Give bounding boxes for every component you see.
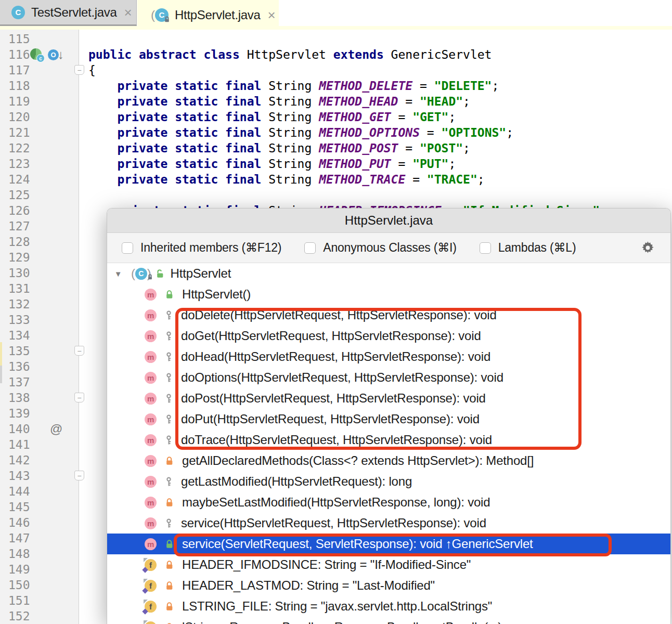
code-token: private static final [117,110,268,124]
code-line: private static final String METHOD_GET =… [88,109,456,125]
method-icon: m [145,351,157,363]
method-icon: m [145,455,157,467]
protected-key-icon [165,414,173,424]
structure-row-label: HttpServlet [171,266,231,281]
structure-row[interactable]: mHttpServlet() [107,284,670,305]
paren-glyph: ( [131,266,135,281]
structure-row-label: service(ServletRequest, ServletResponse)… [182,537,533,551]
gear-icon[interactable] [641,241,655,255]
line-number: 134 [8,328,30,343]
field-final-badge [142,608,148,614]
structure-row-label: doOptions(HttpServletRequest, HttpServle… [181,370,503,385]
structure-row[interactable]: mdoDelete(HttpServletRequest, HttpServle… [107,305,670,326]
filter-label-0[interactable]: Inherited members (⌘F12) [140,241,281,255]
fold-marker-icon[interactable]: − [74,346,84,356]
code-token: METHOD_POST [319,141,398,155]
code-token: String [268,141,319,155]
structure-row[interactable]: mdoGet(HttpServletRequest, HttpServletRe… [107,326,670,346]
private-lock-icon [165,581,174,590]
field-icon: f [145,580,157,592]
fold-marker-icon[interactable]: − [74,471,84,480]
structure-row[interactable]: mmaybeSetLastModified(HttpServletRespons… [107,492,670,513]
structure-row[interactable]: mdoTrace(HttpServletRequest, HttpServlet… [107,430,670,450]
protected-key-icon [165,518,173,528]
method-icon: m [145,538,157,550]
line-number: 144 [8,484,30,499]
down-arrow-icon: ↓ [58,48,64,61]
structure-row[interactable]: flStrings: ResourceBundle = ResourceBund… [107,617,670,624]
line-number: 133 [8,312,30,328]
structure-row[interactable]: mservice(HttpServletRequest, HttpServlet… [107,513,670,534]
expand-triangle-icon[interactable]: ▼ [112,269,124,278]
structure-row-label: getAllDeclaredMethods(Class<? extends Ht… [182,453,534,468]
structure-row-label: getLastModified(HttpServletRequest): lon… [181,474,412,489]
code-token: String [268,126,319,139]
code-token: METHOD_TRACE [319,173,405,186]
structure-row[interactable]: mdoHead(HttpServletRequest, HttpServletR… [107,346,670,367]
structure-row-selected[interactable]: mservice(ServletRequest, ServletResponse… [107,534,670,554]
line-number: 126 [8,203,30,218]
code-token: public abstract class [88,48,247,61]
class-gutter-icon[interactable]: c [30,48,43,61]
tab-testservlet[interactable]: C TestServlet.java × [0,0,137,26]
structure-row[interactable]: mgetAllDeclaredMethods(Class<? extends H… [107,450,670,471]
code-token [88,141,117,155]
close-icon[interactable]: × [268,8,276,22]
filter-checkbox-2[interactable] [480,242,491,254]
editor-tab-bar: C TestServlet.java × ( C HttpServlet.jav… [0,0,672,30]
structure-row[interactable]: mdoOptions(HttpServletRequest, HttpServl… [107,367,670,388]
filter-label-2[interactable]: Lambdas (⌘L) [498,241,576,255]
structure-row-label: doHead(HttpServletRequest, HttpServletRe… [181,349,490,364]
code-token [88,110,117,124]
structure-row[interactable]: fHEADER_IFMODSINCE: String = "If-Modifie… [107,554,670,575]
protected-key-icon [165,310,173,320]
structure-row[interactable]: mdoPost(HttpServletRequest, HttpServletR… [107,388,670,409]
filter-checkbox-0[interactable] [122,242,133,254]
code-line: private static final String METHOD_PUT =… [88,156,456,172]
code-token: = [391,157,413,171]
tab-httpservlet[interactable]: ( C HttpServlet.java × [137,0,279,30]
code-token: = [391,110,413,124]
override-marker-icon[interactable]: O ↓ [48,48,64,61]
code-token: "DELETE" [434,79,492,93]
tab-bar-strip [0,26,672,30]
line-number: 148 [8,546,30,562]
structure-row[interactable]: mdoPut(HttpServletRequest, HttpServletRe… [107,409,670,430]
code-token: = [398,95,420,108]
structure-row[interactable]: ▼(C)HttpServlet [107,263,670,284]
code-line: private static final String METHOD_DELET… [88,78,499,94]
fold-marker-icon[interactable]: − [74,65,84,75]
fold-marker-icon[interactable]: − [74,393,84,402]
structure-row-label: doTrace(HttpServletRequest, HttpServletR… [181,433,492,447]
line-number: 137 [8,374,30,390]
line-number: 129 [8,250,30,265]
private-lock-icon [165,560,174,569]
field-static-badge [144,600,148,604]
code-token: "HEAD" [420,95,463,108]
code-line: private static final String METHOD_OPTIO… [88,125,513,140]
structure-row[interactable]: fLSTRING_FILE: String = "javax.servlet.h… [107,596,670,617]
filter-label-1[interactable]: Anonymous Classes (⌘I) [323,241,456,255]
line-number: 117 [8,62,30,78]
code-token: "TRACE" [427,173,477,186]
line-number: 120 [8,109,30,125]
structure-row-label: HEADER_LASTMOD: String = "Last-Modified" [182,578,435,593]
structure-row-label: maybeSetLastModified(HttpServletResponse… [182,495,490,510]
protected-key-icon [165,352,173,362]
code-token: String [268,157,319,171]
field-static-badge [144,620,148,624]
code-token: ; [463,95,470,108]
structure-row[interactable]: mgetLastModified(HttpServletRequest): lo… [107,471,670,492]
filter-checkbox-1[interactable] [304,242,316,254]
structure-row[interactable]: fHEADER_LASTMOD: String = "Last-Modified… [107,575,670,596]
line-number: 115 [8,31,30,47]
code-token [88,126,117,139]
code-token: "GET" [412,110,448,124]
line-number: 118 [8,78,30,94]
private-lock-icon [165,456,174,465]
close-icon[interactable]: × [124,6,132,19]
method-icon: m [145,309,157,321]
readonly-lock-badge [164,15,170,24]
structure-row-label: service(HttpServletRequest, HttpServletR… [181,516,486,530]
method-icon: m [145,434,157,446]
